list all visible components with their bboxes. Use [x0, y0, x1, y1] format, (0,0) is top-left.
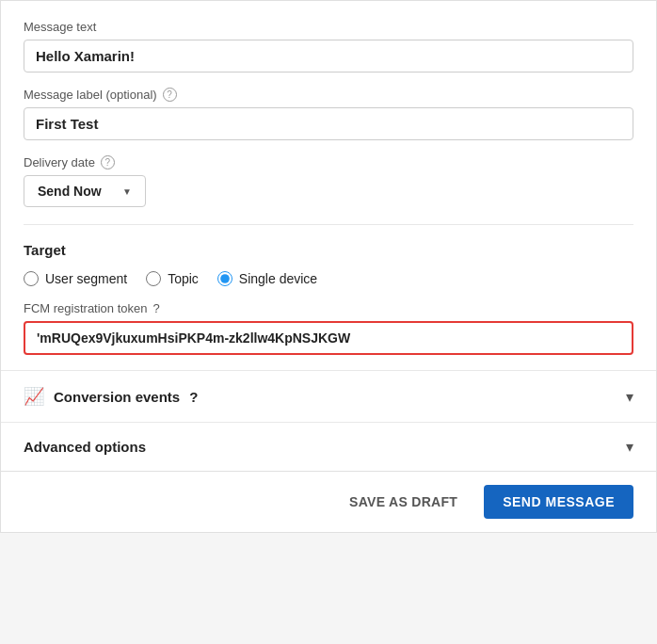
radio-topic-label: Topic [168, 271, 199, 286]
radio-single-device[interactable]: Single device [217, 271, 317, 286]
message-text-group: Message text [24, 20, 633, 72]
advanced-options-chevron-icon: ▾ [626, 438, 633, 456]
message-label-help-icon[interactable]: ? [163, 88, 177, 102]
fcm-token-group: FCM registration token ? [24, 301, 633, 355]
radio-single-device-input[interactable] [217, 271, 232, 286]
message-label-label-text: Message label (optional) [24, 88, 157, 102]
target-title: Target [24, 242, 633, 258]
send-message-button[interactable]: SEND MESSAGE [484, 485, 633, 519]
conversion-events-section[interactable]: 📈 Conversion events ? ▾ [1, 370, 656, 422]
radio-user-segment-input[interactable] [24, 271, 39, 286]
section-divider [24, 224, 633, 225]
message-label-label: Message label (optional) ? [24, 88, 633, 102]
delivery-date-group: Delivery date ? Send Now ▼ [24, 155, 633, 207]
conversion-events-icon: 📈 [24, 386, 44, 407]
radio-topic[interactable]: Topic [146, 271, 199, 286]
radio-user-segment-label: User segment [45, 271, 127, 286]
advanced-options-label: Advanced options [24, 439, 146, 455]
message-text-input[interactable] [24, 40, 633, 72]
delivery-date-dropdown[interactable]: Send Now ▼ [24, 175, 146, 207]
fcm-token-label: FCM registration token ? [24, 301, 633, 315]
radio-user-segment[interactable]: User segment [24, 271, 127, 286]
message-text-label: Message text [24, 20, 633, 34]
fcm-token-label-text: FCM registration token [24, 301, 148, 315]
main-content: Message text Message label (optional) ? … [1, 1, 656, 370]
radio-single-device-label: Single device [239, 271, 317, 286]
advanced-options-left: Advanced options [24, 439, 146, 455]
fcm-token-help-icon[interactable]: ? [153, 301, 160, 315]
save-draft-button[interactable]: SAVE AS DRAFT [338, 487, 469, 517]
advanced-options-section[interactable]: Advanced options ▾ [1, 422, 656, 471]
delivery-date-label-text: Delivery date [24, 155, 95, 169]
radio-topic-input[interactable] [146, 271, 161, 286]
footer-bar: SAVE AS DRAFT SEND MESSAGE [1, 471, 656, 532]
delivery-date-label: Delivery date ? [24, 155, 633, 169]
page-container: Message text Message label (optional) ? … [0, 0, 657, 533]
delivery-date-chevron-icon: ▼ [122, 186, 132, 197]
delivery-date-value: Send Now [38, 184, 102, 199]
message-label-input[interactable] [24, 107, 633, 140]
target-radio-group: User segment Topic Single device [24, 271, 633, 286]
conversion-events-chevron-icon: ▾ [626, 388, 633, 406]
conversion-events-label: Conversion events [54, 389, 180, 405]
fcm-token-input[interactable] [24, 321, 633, 355]
target-section: Target User segment Topic Single device [24, 242, 633, 355]
message-text-label-text: Message text [24, 20, 96, 34]
conversion-events-help-icon[interactable]: ? [189, 389, 198, 405]
delivery-date-help-icon[interactable]: ? [101, 155, 115, 169]
message-label-group: Message label (optional) ? [24, 88, 633, 140]
conversion-events-left: 📈 Conversion events ? [24, 386, 198, 407]
